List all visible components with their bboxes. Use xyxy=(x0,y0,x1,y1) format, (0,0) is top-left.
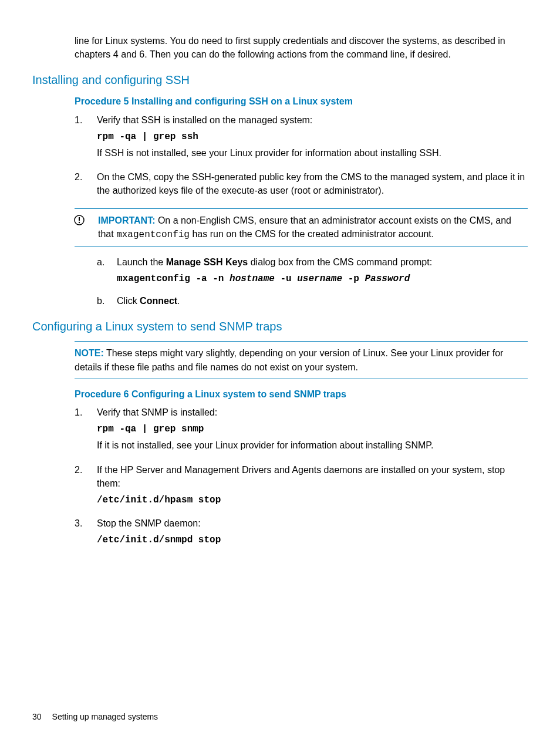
heading-snmp: Configuring a Linux system to send SNMP … xyxy=(32,318,528,335)
step-number: 3. xyxy=(75,517,97,549)
step-2: 2. If the HP Server and Management Drive… xyxy=(75,463,528,510)
sub-steps: a. Launch the Manage SSH Keys dialog box… xyxy=(97,255,528,308)
code-block: mxagentconfig -a -n hostname -u username… xyxy=(117,272,528,286)
text-after: dialog box from the CMS command prompt: xyxy=(248,257,432,267)
step-text: Verify that SSH is installed on the mana… xyxy=(97,113,528,127)
step-content: If the HP Server and Management Drivers … xyxy=(97,463,528,510)
step-number: 2. xyxy=(75,463,97,510)
important-icon xyxy=(74,215,85,225)
procedure-6-steps: 1. Verify that SNMP is installed: rpm -q… xyxy=(75,406,528,550)
footer-title: Setting up managed systems xyxy=(52,712,158,721)
step-3: 3. Stop the SNMP daemon: /etc/init.d/snm… xyxy=(75,517,528,549)
step-text: On the CMS, copy the SSH-generated publi… xyxy=(97,170,528,197)
code-block: /etc/init.d/snmpd stop xyxy=(97,534,528,547)
code-part: mxagentconfig -a -n xyxy=(117,274,230,284)
step-text: Verify that SNMP is installed: xyxy=(97,406,528,419)
text-before: Launch the xyxy=(117,257,166,267)
step-1: 1. Verify that SSH is installed on the m… xyxy=(75,113,528,164)
text-after: . xyxy=(177,296,180,306)
step-content: Verify that SNMP is installed: rpm -qa |… xyxy=(97,406,528,456)
heading-ssh: Installing and configuring SSH xyxy=(32,72,528,89)
procedure-5-title: Procedure 5 Installing and configuring S… xyxy=(75,94,528,108)
text-before: Click xyxy=(117,296,140,306)
step-text: Stop the SNMP daemon: xyxy=(97,517,528,530)
step-content: Stop the SNMP daemon: /etc/init.d/snmpd … xyxy=(97,517,528,549)
page-footer: 30Setting up managed systems xyxy=(32,711,158,723)
bold-text: Connect xyxy=(140,296,177,306)
intro-paragraph: line for Linux systems. You do need to f… xyxy=(75,34,528,61)
code-block: /etc/init.d/hpasm stop xyxy=(97,494,528,507)
step-number: 2. xyxy=(75,170,97,201)
procedure-6-title: Procedure 6 Configuring a Linux system t… xyxy=(75,387,528,401)
step-number: 1. xyxy=(75,113,97,164)
sub-step-number: b. xyxy=(97,294,117,308)
important-text-2: has run on the CMS for the created admin… xyxy=(190,229,434,239)
step-after: If it is not installed, see your Linux p… xyxy=(97,438,528,452)
sub-step-a: a. Launch the Manage SSH Keys dialog box… xyxy=(97,255,528,288)
code-part: -u xyxy=(275,274,297,284)
important-label: IMPORTANT: xyxy=(98,215,155,225)
inline-code: mxagentconfig xyxy=(116,229,190,240)
step-2: 2. On the CMS, copy the SSH-generated pu… xyxy=(75,170,528,201)
step-after: If SSH is not installed, see your Linux … xyxy=(97,146,528,160)
step-number: 1. xyxy=(75,406,97,456)
code-block: rpm -qa | grep snmp xyxy=(97,423,528,436)
step-1: 1. Verify that SNMP is installed: rpm -q… xyxy=(75,406,528,456)
note-callout: NOTE: These steps might vary slightly, d… xyxy=(75,341,528,379)
code-italic: username xyxy=(297,274,342,284)
bold-text: Manage SSH Keys xyxy=(166,257,248,267)
section-snmp: Configuring a Linux system to send SNMP … xyxy=(32,318,528,549)
procedure-5-steps: 1. Verify that SSH is installed on the m… xyxy=(75,113,528,201)
svg-point-2 xyxy=(79,221,80,222)
note-body: These steps might vary slightly, dependi… xyxy=(75,348,503,372)
code-part: -p xyxy=(342,274,365,284)
code-italic: hostname xyxy=(230,274,275,284)
code-block: rpm -qa | grep ssh xyxy=(97,130,528,144)
sub-step-content: Click Connect. xyxy=(117,294,528,308)
sub-step-text: Launch the Manage SSH Keys dialog box fr… xyxy=(117,255,528,269)
sub-step-number: a. xyxy=(97,255,117,288)
code-italic: Password xyxy=(365,274,410,284)
important-callout: IMPORTANT: On a non-English CMS, ensure … xyxy=(75,208,528,247)
step-content: Verify that SSH is installed on the mana… xyxy=(97,113,528,164)
step-content: On the CMS, copy the SSH-generated publi… xyxy=(97,170,528,201)
section-ssh: Installing and configuring SSH Procedure… xyxy=(32,72,528,308)
note-label: NOTE: xyxy=(75,348,104,358)
step-text: If the HP Server and Management Drivers … xyxy=(97,463,528,490)
sub-step-b: b. Click Connect. xyxy=(97,294,528,308)
sub-step-content: Launch the Manage SSH Keys dialog box fr… xyxy=(117,255,528,288)
page-number: 30 xyxy=(32,712,42,721)
